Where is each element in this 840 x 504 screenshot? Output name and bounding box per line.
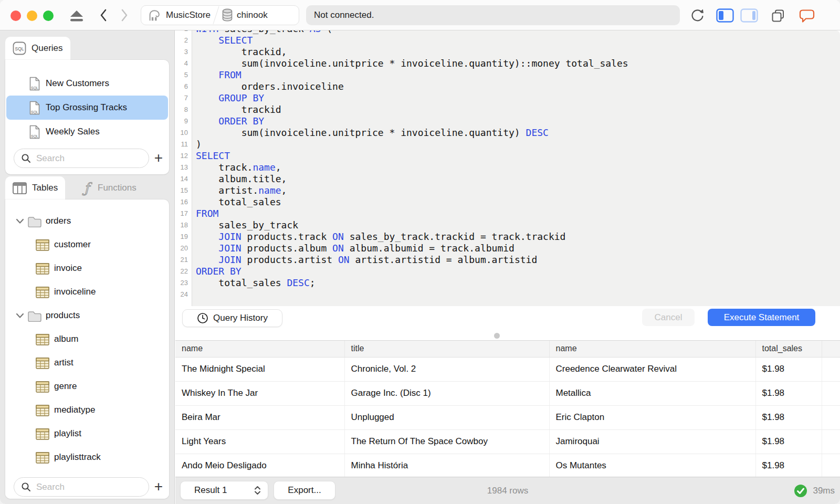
eject-icon[interactable] xyxy=(70,9,83,22)
splitter-drag-handle[interactable] xyxy=(494,333,500,339)
breadcrumb: MusicStore chinook xyxy=(141,5,299,25)
results-table: nametitlenametotal_salesThe Midnight Spe… xyxy=(175,341,840,477)
tree-table-row[interactable]: invoiceline xyxy=(5,281,169,304)
tree-table-row[interactable]: artist xyxy=(5,352,169,375)
breadcrumb-server[interactable]: MusicStore xyxy=(141,6,216,25)
toolbar: MusicStore chinook Not connected. xyxy=(0,0,840,30)
connection-status: Not connected. xyxy=(306,5,680,25)
code-line: SELECT xyxy=(196,35,840,46)
sql-editor[interactable]: 123456789101112131415161718192021222324 … xyxy=(175,30,840,306)
zoom-window-button[interactable] xyxy=(43,10,54,21)
windows-icon[interactable] xyxy=(771,8,785,23)
result-selector[interactable]: Result 1 xyxy=(180,481,268,500)
code-line: SELECT xyxy=(196,150,840,162)
tab-queries[interactable]: SQL Queries xyxy=(5,37,70,60)
tables-icon xyxy=(13,182,27,194)
queries-search-input[interactable]: Search xyxy=(14,149,149,168)
table-row: The Midnight SpecialChronicle, Vol. 2Cre… xyxy=(175,357,840,381)
table-cell[interactable]: $1.98 xyxy=(755,429,822,454)
table-cell[interactable]: Creedence Clearwater Revival xyxy=(549,357,755,381)
tree-table-row[interactable]: mediatype xyxy=(5,399,169,423)
table-cell[interactable]: Garage Inc. (Disc 1) xyxy=(344,381,549,405)
tree-label: mediatype xyxy=(54,405,95,415)
query-list-item[interactable]: SQLWeekly Sales xyxy=(6,120,168,144)
schema-tree: orderscustomerinvoiceinvoicelineproducts… xyxy=(5,210,169,470)
tree-table-row[interactable]: invoice xyxy=(5,257,169,281)
tree-table-row[interactable]: genre xyxy=(5,375,169,399)
queries-list: SQLNew CustomersSQLTop Grossing TracksSQ… xyxy=(5,71,169,144)
toggle-left-sidebar-icon[interactable] xyxy=(716,8,734,23)
tree-table-row[interactable]: album xyxy=(5,328,169,352)
query-list-item[interactable]: SQLNew Customers xyxy=(6,71,168,96)
column-header-filler xyxy=(822,341,840,357)
table-icon xyxy=(36,358,49,369)
search-icon xyxy=(21,153,32,164)
column-header[interactable]: name xyxy=(175,341,344,357)
table-cell[interactable]: The Return Of The Space Cowboy xyxy=(344,429,549,454)
minimize-window-button[interactable] xyxy=(27,10,37,21)
query-label: Weekly Sales xyxy=(46,127,100,137)
table-cell[interactable]: Eric Clapton xyxy=(549,405,755,429)
table-cell[interactable]: The Midnight Special xyxy=(175,357,344,381)
execute-statement-button[interactable]: Execute Statement xyxy=(708,309,815,326)
tree-table-row[interactable]: playlist xyxy=(5,423,169,446)
table-cell[interactable]: $1.98 xyxy=(755,405,822,429)
tree-table-row[interactable]: customer xyxy=(5,234,169,257)
code-line: FROM xyxy=(196,69,840,81)
clock-icon xyxy=(197,312,208,324)
table-cell[interactable]: Metallica xyxy=(549,381,755,405)
tree-table-row[interactable]: playlisttrack xyxy=(5,446,169,470)
feedback-bubble-icon[interactable] xyxy=(798,8,815,23)
table-icon xyxy=(36,381,49,393)
tab-tables-label: Tables xyxy=(32,183,58,193)
schema-search-input[interactable]: Search xyxy=(14,477,149,497)
column-header[interactable]: total_sales xyxy=(755,341,822,357)
code-line: artist.name, xyxy=(196,185,840,196)
add-table-button[interactable]: + xyxy=(154,478,163,495)
query-history-button[interactable]: Query History xyxy=(182,309,282,327)
tree-folder-row[interactable]: products xyxy=(5,304,169,328)
table-icon xyxy=(36,405,49,416)
sidebar: SQL Queries SQLNew CustomersSQLTop Gross… xyxy=(0,30,175,504)
table-cell[interactable]: $1.98 xyxy=(755,357,822,381)
chevron-down-icon[interactable] xyxy=(16,218,24,224)
sql-file-icon: SQL xyxy=(29,101,40,115)
tab-functions[interactable]: ƒ Functions xyxy=(74,176,144,200)
table-cell[interactable]: Beira Mar xyxy=(175,405,344,429)
add-query-button[interactable]: + xyxy=(154,150,163,166)
breadcrumb-server-label: MusicStore xyxy=(166,10,211,20)
schema-search-row: Search + xyxy=(5,476,169,499)
export-button[interactable]: Export... xyxy=(274,481,335,500)
table-cell[interactable]: Os Mutantes xyxy=(549,454,755,477)
folder-icon xyxy=(27,310,42,322)
tree-folder-row[interactable]: orders xyxy=(5,210,169,234)
sql-badge-icon: SQL xyxy=(13,41,26,55)
chevron-down-icon[interactable] xyxy=(16,312,24,319)
table-cell[interactable]: Whiskey In The Jar xyxy=(175,381,344,405)
tree-label: playlisttrack xyxy=(54,452,101,463)
query-list-item[interactable]: SQLTop Grossing Tracks xyxy=(6,96,168,120)
table-cell[interactable]: Ando Meio Desligado xyxy=(175,454,344,477)
back-button[interactable] xyxy=(99,8,108,22)
table-cell[interactable]: Unplugged xyxy=(344,405,549,429)
code-line: ORDER BY xyxy=(196,116,840,127)
cancel-button[interactable]: Cancel xyxy=(642,309,695,326)
forward-button[interactable] xyxy=(120,8,129,22)
code-line: trackid, xyxy=(196,46,840,58)
table-cell[interactable]: Minha História xyxy=(344,454,549,477)
close-window-button[interactable] xyxy=(10,10,21,21)
table-cell[interactable]: $1.98 xyxy=(755,381,822,405)
query-history-label: Query History xyxy=(213,313,268,323)
column-header[interactable]: title xyxy=(344,341,549,357)
table-cell[interactable]: Light Years xyxy=(175,429,344,454)
code-line: JOIN products.track ON sales_by_track.tr… xyxy=(196,231,840,243)
column-header[interactable]: name xyxy=(549,341,755,357)
breadcrumb-database[interactable]: chinook xyxy=(216,6,273,25)
table-cell[interactable]: Jamiroquai xyxy=(549,429,755,454)
tab-tables[interactable]: Tables xyxy=(5,176,65,200)
table-cell[interactable]: Chronicle, Vol. 2 xyxy=(344,357,549,381)
code-line: total_sales DESC; xyxy=(196,277,840,289)
toggle-right-sidebar-icon[interactable] xyxy=(740,8,758,23)
refresh-icon[interactable] xyxy=(690,8,705,23)
table-cell[interactable]: $1.98 xyxy=(755,454,822,477)
